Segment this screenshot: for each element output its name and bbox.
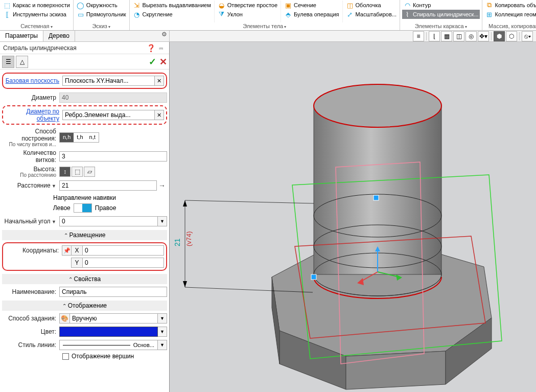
spiral-type-con-icon[interactable]: △ <box>16 56 28 68</box>
show-vertices-checkbox[interactable] <box>62 353 69 360</box>
build-mode-toggle[interactable]: n,h t,h n,t <box>59 132 99 143</box>
svg-line-20 <box>185 200 314 203</box>
base-plane-input[interactable] <box>62 76 155 86</box>
view-ucs-icon[interactable]: ⌊ <box>429 31 440 41</box>
build-method-label: Способ построения: По числу витков и... <box>2 128 59 147</box>
tab-parameters[interactable]: Параметры <box>0 31 43 41</box>
view-ortho-icon[interactable]: ≡ <box>413 31 424 41</box>
pin-coords-icon[interactable]: 📌 <box>62 245 71 256</box>
fillet-icon: ◔ <box>133 10 141 18</box>
cancel-button[interactable]: ✕ <box>159 56 167 67</box>
clear-diam-obj-icon[interactable]: ✕ <box>155 110 164 120</box>
ribbon-item-boolean[interactable]: ⬘ Булева операция <box>283 10 340 19</box>
disp-method-dd-icon[interactable]: ▼ <box>158 313 167 324</box>
coords-label: Координаты: <box>5 247 62 254</box>
line-style-field[interactable]: Основ... <box>59 340 158 350</box>
clear-base-plane-icon[interactable]: ✕ <box>155 76 164 86</box>
line-style-dd-icon[interactable]: ▼ <box>158 340 167 350</box>
tab-tree[interactable]: Дерево <box>43 31 75 41</box>
ribbon-item-surfaces[interactable]: ⬚ Каркас и поверхности <box>2 1 71 10</box>
ribbon-label: Вырезать выдавливанием <box>143 2 211 8</box>
ribbon-item-copy-objects[interactable]: ⧉ Копировать объекты <box>484 1 536 10</box>
name-input[interactable] <box>59 287 167 297</box>
spiral-type-cyl-icon[interactable]: ☰ <box>2 56 14 68</box>
ribbon-item-rectangle[interactable]: ▭ Прямоугольник <box>76 10 127 19</box>
sketch-tools-icon: ⟦ <box>3 10 11 18</box>
ribbon-item-draft[interactable]: ⧩ Уклон <box>217 10 278 19</box>
ribbon-item-contour[interactable]: ◠ Контур <box>402 1 480 10</box>
x-input[interactable] <box>82 245 164 256</box>
ribbon-item-shell[interactable]: ◫ Оболочка <box>345 1 398 10</box>
view-plane-icon[interactable]: ◫ <box>453 31 464 41</box>
ribbon-label: Скругление <box>143 11 173 17</box>
gear-icon[interactable]: ⚙ <box>159 31 169 41</box>
color-dd-icon[interactable]: ▼ <box>158 327 167 337</box>
section-properties[interactable]: Свойства <box>2 274 167 284</box>
ribbon-group-frame: ◠ Контур ⌇ Спираль цилиндрическ... Элеме… <box>400 0 482 30</box>
ribbon-label: Уклон <box>227 11 243 17</box>
view-wire-icon[interactable]: ⬡ <box>506 31 517 41</box>
main: Спираль цилиндрическая ❓ ⎓ ☰ △ ✓ ✕ Базов… <box>0 42 536 392</box>
view-hide-icon[interactable]: ⦸▾ <box>522 31 533 41</box>
ribbon-item-geometry-collection[interactable]: ⊞ Коллекция геометрии <box>484 10 536 19</box>
ribbon-item-fillet[interactable]: ◔ Скругление <box>132 10 212 19</box>
svg-rect-19 <box>311 274 316 280</box>
ribbon-label: Окружность <box>86 2 118 8</box>
ribbon-item-section[interactable]: ▣ Сечение <box>283 1 340 10</box>
ribbon-label: Копировать объекты <box>495 2 536 8</box>
winding-switch[interactable] <box>74 203 92 213</box>
ribbon-item-simple-hole[interactable]: ◒ Отверстие простое <box>217 1 278 10</box>
svg-marker-24 <box>183 281 187 287</box>
distance-arrow-icon[interactable]: → <box>157 181 167 190</box>
diam-by-object-label[interactable]: Диаметр по объекту <box>5 108 62 122</box>
shell-icon: ◫ <box>346 1 354 9</box>
ribbon-group-system: ⬚ Каркас и поверхности ⟦ Инструменты эск… <box>0 0 74 30</box>
color-swatch[interactable] <box>59 327 158 337</box>
turns-label: Количество витков: <box>2 149 59 164</box>
ribbon-item-cut-extrude[interactable]: ⇲ Вырезать выдавливанием <box>132 1 212 10</box>
parameters-panel: Спираль цилиндрическая ❓ ⎓ ☰ △ ✓ ✕ Базов… <box>0 42 170 392</box>
section-display[interactable]: Отображение <box>2 301 167 311</box>
diam-by-object-input[interactable] <box>62 110 155 120</box>
view-toolbar: ≡ ⌊ ▦ ◫ ◎ ✥▾ ⬢ ⬡ ⦸▾ <box>170 31 536 41</box>
view-shade-icon[interactable]: ⬢ <box>494 31 505 41</box>
tweaks-icon[interactable]: ⎓ <box>156 44 166 52</box>
tabs-row: Параметры Дерево ⚙ ≡ ⌊ ▦ ◫ ◎ ✥▾ ⬢ ⬡ ⦸▾ <box>0 31 536 42</box>
ribbon-label: Сечение <box>294 2 316 8</box>
diameter-input <box>59 93 167 103</box>
base-plane-label[interactable]: Базовая плоскость <box>5 77 62 84</box>
height-mode-toggle[interactable]: ↕ ⬚ ▱ <box>59 167 95 177</box>
ribbon-item-scale[interactable]: ⤢ Масштабиров... <box>345 10 398 19</box>
ribbon-label: Контур <box>413 2 431 8</box>
start-angle-input[interactable] <box>59 216 158 226</box>
view-grid-icon[interactable]: ▦ <box>441 31 452 41</box>
section-placement[interactable]: Размещение <box>2 230 167 240</box>
start-angle-dd-icon[interactable]: ▼ <box>158 216 167 226</box>
height-mode-dist-icon[interactable]: ↕ <box>59 167 71 177</box>
cut-extrude-icon: ⇲ <box>133 1 141 9</box>
ribbon-item-sketch-tools[interactable]: ⟦ Инструменты эскиза <box>2 10 71 19</box>
turns-input[interactable] <box>59 151 167 162</box>
disp-method-input[interactable] <box>69 313 158 324</box>
copy-icon: ⧉ <box>485 1 494 9</box>
contour-icon: ◠ <box>403 1 411 9</box>
apply-button[interactable]: ✓ <box>149 56 156 67</box>
start-angle-label[interactable]: Начальный угол <box>2 218 59 225</box>
ribbon-item-circle[interactable]: ◯ Окружность <box>76 1 127 10</box>
viewport-3d[interactable]: 21 (v74) <box>170 42 536 392</box>
view-target-icon[interactable]: ◎ <box>465 31 477 41</box>
distance-label[interactable]: Расстояние <box>2 182 59 189</box>
winding-toggle[interactable]: Левое Правое <box>53 203 116 213</box>
height-mode-obj-icon[interactable]: ⬚ <box>72 167 83 177</box>
ribbon-group-array: ⧉ Копировать объекты ⊞ Коллекция геометр… <box>482 0 536 30</box>
ribbon-group-sketch: ◯ Окружность ▭ Прямоугольник Эскиз <box>74 0 130 30</box>
ribbon-group-title: Элементы каркаса <box>402 22 480 30</box>
height-mode-flat-icon[interactable]: ▱ <box>84 167 95 177</box>
y-input[interactable] <box>82 258 164 268</box>
distance-input[interactable] <box>59 180 157 191</box>
ribbon-item-helical-spiral[interactable]: ⌇ Спираль цилиндрическ... <box>402 10 480 19</box>
diameter-label: Диаметр <box>2 94 59 101</box>
view-snap-icon[interactable]: ✥▾ <box>478 31 489 41</box>
help-icon[interactable]: ❓ <box>146 44 156 52</box>
ribbon-label: Прямоугольник <box>86 11 126 17</box>
